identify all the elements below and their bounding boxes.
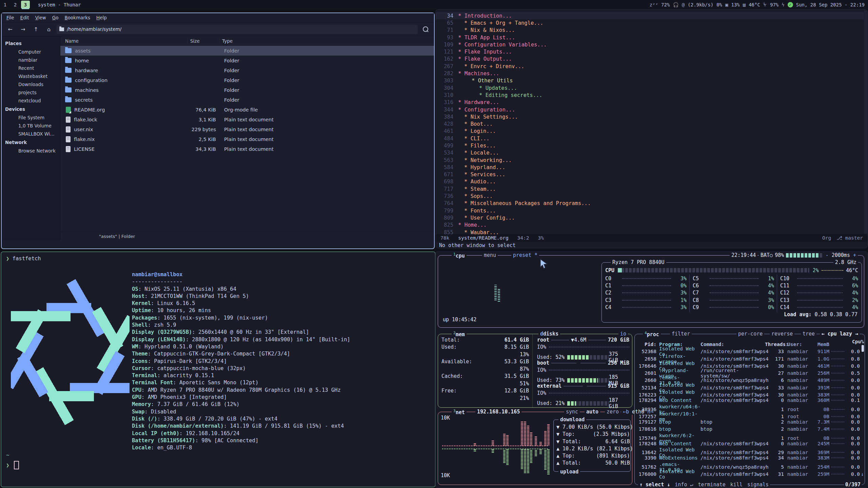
menu-button[interactable]: menu — [482, 252, 498, 258]
info-key[interactable]: info ↵ — [675, 482, 693, 488]
path-bar[interactable]: /home/nambiar/system/ — [57, 25, 418, 34]
sidebar-item[interactable]: nambiar — [2, 56, 60, 64]
sidebar-item[interactable]: Recent — [2, 64, 60, 72]
column-size[interactable]: Size — [187, 38, 219, 44]
menu-item[interactable]: View — [33, 14, 49, 21]
org-heading[interactable]: 267 * Envrc + Direnv... — [436, 63, 864, 70]
process-row[interactable]: 175749 kworker/6:2-even 1 root 0B 0.0 — [637, 433, 863, 440]
process-row[interactable]: 179127 btop btop 2 nambiar 7.3M 0.0 — [637, 418, 863, 425]
table-row[interactable]: home Folder — [60, 56, 434, 65]
org-heading[interactable]: 34 * Introduction... — [436, 12, 864, 19]
org-heading[interactable]: 65 * Emacs + Org + Tangle... — [436, 19, 864, 26]
table-row[interactable]: assets Folder — [60, 46, 434, 56]
sort-selector[interactable]: ← cpu lazy → — [820, 331, 860, 337]
process-row[interactable]: 38936 kworker/u64:6-kc 1 root 0B 0.0 — [637, 404, 863, 411]
sidebar-item-device[interactable]: File System — [2, 114, 60, 122]
sidebar-item-network[interactable]: Browse Network — [2, 147, 60, 155]
tab-net[interactable]: 3net — [452, 409, 467, 415]
org-heading[interactable]: 93 * TLDR App List... — [436, 34, 864, 41]
menu-item[interactable]: Help — [94, 14, 110, 21]
table-row[interactable]: secrets Folder — [60, 95, 434, 105]
volume-level[interactable]: 72% — [661, 2, 670, 7]
search-icon[interactable] — [420, 25, 431, 34]
signals-key[interactable]: signals — [747, 482, 769, 488]
column-name[interactable]: Name — [60, 38, 187, 44]
org-heading[interactable]: 71 * Nix & Nixos... — [436, 27, 864, 34]
org-heading[interactable]: 109 * Configuration Variables... — [436, 41, 864, 48]
process-row[interactable]: 178616 btop btop 2 nambiar 7.4M 0.0 — [637, 426, 863, 433]
org-heading[interactable]: 344 * Configuration... — [436, 106, 864, 113]
column-type[interactable]: Type — [219, 38, 434, 44]
org-heading[interactable]: 736 * Sops... — [436, 192, 864, 200]
filter-button[interactable]: filter — [670, 331, 692, 337]
sidebar-item-device[interactable]: 1,0 TB Volume — [2, 122, 60, 130]
table-row[interactable]: user.nix 229 bytes Plain text document — [60, 124, 434, 134]
menu-item[interactable]: File — [4, 14, 17, 21]
back-button[interactable]: ← — [5, 25, 15, 34]
org-heading[interactable]: 799 * Fonts... — [436, 207, 864, 214]
process-scrollbar-thumb[interactable] — [862, 345, 864, 352]
org-heading[interactable]: 303 * Other Utils — [436, 77, 864, 84]
process-row[interactable]: 2658 .firefox-wrappe /nix/store/sm8fmrf3… — [637, 353, 863, 361]
org-heading[interactable]: 499 * Files... — [436, 142, 864, 149]
shell-prompt-empty[interactable]: ❯ — [6, 461, 19, 469]
table-row[interactable]: flake.lock 3,1 KiB Plain text document — [60, 115, 434, 124]
sidebar-item[interactable]: Downloads — [2, 80, 60, 88]
net-sync-toggle[interactable]: sync — [564, 409, 580, 415]
home-button[interactable]: ⌂ — [44, 25, 54, 34]
workspace-2[interactable]: 2 — [11, 1, 20, 8]
process-table-header[interactable]: Pid: Program: Command: Threads: User: Me… — [637, 339, 863, 346]
idle-inhibit-icon[interactable]: zᶻᶻ — [650, 2, 658, 7]
sidebar-item[interactable]: nextcloud — [2, 97, 60, 105]
org-heading[interactable]: 825 * Home... — [436, 222, 864, 229]
org-heading[interactable]: 534 * Locale... — [436, 149, 864, 157]
table-row[interactable]: flake.nix 2,5 KiB Plain text document — [60, 134, 434, 144]
table-row[interactable]: machines Folder — [60, 85, 434, 95]
sidebar-item[interactable]: projects — [2, 88, 60, 97]
org-heading[interactable]: 384 * Nix Settings... — [436, 113, 864, 120]
process-row[interactable]: 13642 Isolated Web Co /nix/store/sm8fmrf… — [637, 447, 863, 454]
org-heading[interactable]: 282 * Machines... — [436, 70, 864, 77]
net-zero-toggle[interactable]: zero — [605, 409, 620, 415]
net-auto-toggle[interactable]: auto — [585, 409, 600, 415]
table-row[interactable]: LICENSE 34,3 KiB Plain text document — [60, 144, 434, 154]
workspace-3-active[interactable]: 3 — [21, 1, 30, 8]
process-row[interactable]: 51762 .emacs-31.0.50- /nix/store/wnqz5pa… — [637, 462, 863, 469]
process-row[interactable]: 177257 kworker/10:1-mm_ 1 root 0B 0.0 — [637, 411, 863, 418]
org-heading[interactable]: 310 * Editing secrets... — [436, 92, 864, 99]
update-interval[interactable]: - 2000ms + — [824, 252, 858, 258]
org-heading[interactable]: 428 * Boot... — [436, 120, 864, 127]
org-heading[interactable]: 461 * Login... — [436, 128, 864, 135]
process-row[interactable]: 52134 Isolated Web Co /nix/store/sm8fmrf… — [637, 382, 863, 389]
check-circle-icon[interactable]: ✓ — [788, 2, 793, 7]
terminate-key[interactable]: terminate — [698, 482, 726, 488]
tab-cpu[interactable]: 1cpu — [452, 252, 467, 259]
org-heading[interactable]: 671 * Services... — [436, 171, 864, 178]
per-core-toggle[interactable]: per-core — [736, 331, 764, 337]
reverse-toggle[interactable]: reverse — [770, 331, 794, 337]
sidebar-item[interactable]: Computer — [2, 48, 60, 56]
process-row[interactable]: 2601 .Hyprland-wrapp /run/current-system… — [637, 368, 863, 375]
process-row[interactable]: 178248 Web Content /nix/store/sm8fmrf3wp… — [637, 440, 863, 447]
table-row[interactable]: configuration Folder — [60, 75, 434, 85]
table-row[interactable]: README.org 76,4 KiB Org-mode file — [60, 105, 434, 115]
process-row[interactable]: 176000 Isolated Web Co /nix/store/sm8fmr… — [637, 469, 863, 476]
process-row[interactable]: 178294 Web Content /nix/store/sm8fmrf3wp… — [637, 396, 863, 404]
sidebar-item-device[interactable]: SMALLBOX Wi... — [2, 130, 60, 138]
select-keys[interactable]: ↑ select ↓ — [639, 482, 670, 488]
preset-button[interactable]: preset * — [511, 252, 539, 258]
sidebar-item[interactable]: Wastebasket — [2, 72, 60, 80]
org-heading[interactable]: 304 * Updates... — [436, 84, 864, 92]
org-heading[interactable]: 809 * User Config... — [436, 214, 864, 221]
org-heading[interactable]: 316 * Hardware... — [436, 99, 864, 106]
process-row[interactable]: 3390 WebExtensions /nix/store/sm8fmrf3wp… — [637, 454, 863, 462]
menu-item[interactable]: Go — [50, 14, 61, 21]
table-row[interactable]: hardware Folder — [60, 65, 434, 75]
org-heading[interactable]: 162 * Flake Output... — [436, 56, 864, 63]
tab-proc[interactable]: 4proc — [643, 331, 661, 338]
org-heading[interactable]: 764 * Miscellaneous Packages and Program… — [436, 200, 864, 207]
process-row[interactable]: 176223 Isolated Web Co /nix/store/sm8fmr… — [637, 389, 863, 396]
org-heading[interactable]: 484 * CLI... — [436, 135, 864, 142]
up-button[interactable]: ↑ — [31, 25, 41, 34]
menu-item[interactable]: Bookmarks — [62, 14, 93, 21]
